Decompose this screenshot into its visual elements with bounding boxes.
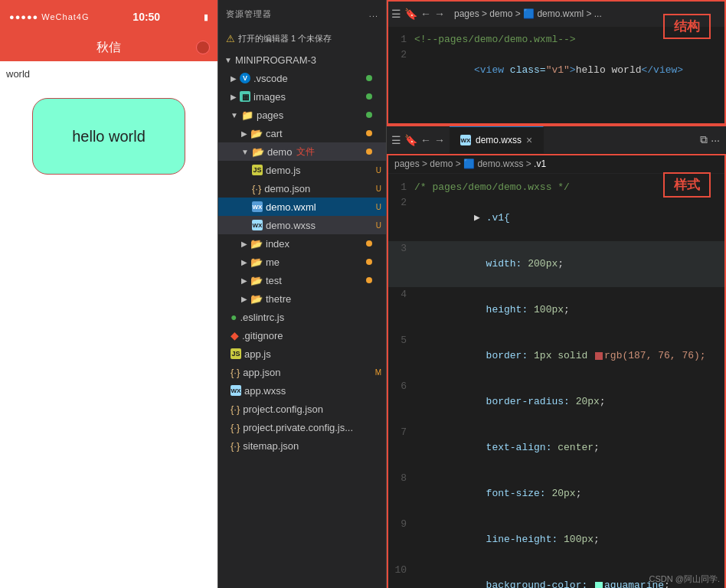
tree-item-cart[interactable]: ▶ 📂 cart — [218, 124, 386, 142]
code-line-1: 1 <!--pages/demo/demo.wxml--> — [387, 32, 726, 47]
tree-item-project-config[interactable]: {·} project.config.json — [218, 400, 386, 418]
thetre-folder-icon: 📂 — [250, 293, 263, 305]
tree-item-app-js[interactable]: JS app.js — [218, 345, 386, 363]
project-name: MINIPROGRAM-3 — [235, 54, 316, 66]
images-label: images — [253, 91, 286, 103]
cart-label: cart — [266, 128, 283, 139]
tree-item-me[interactable]: ▶ 📂 me — [218, 253, 386, 271]
project-private-icon: {·} — [231, 422, 240, 433]
tree-item-vscode[interactable]: ▶ V .vscode — [218, 69, 386, 87]
code-lines-top: 1 <!--pages/demo/demo.wxml--> 2 <view cl… — [387, 28, 726, 125]
editor-bottom: ☰ 🔖 ← → WX demo.wxss × ⧉ ··· pages > dem… — [387, 126, 726, 588]
demo-js-label: demo.js — [266, 165, 301, 176]
phone-top-bar: world — [0, 61, 217, 86]
bookmark-icon2[interactable]: 🔖 — [404, 134, 417, 146]
breadcrumb-text: pages > demo > 🟦 demo.wxss > .v1 — [394, 158, 546, 169]
app-wxss-icon: WX — [231, 385, 241, 396]
tree-item-gitignore[interactable]: ◆ .gitignore — [218, 326, 386, 345]
tree-item-images[interactable]: ▶ ▦ images — [218, 87, 386, 106]
editor-top: ☰ 🔖 ← → pages > demo > 🟦 demo.wxml > ...… — [387, 0, 726, 126]
tab-close-button[interactable]: × — [526, 134, 532, 146]
tree-item-app-json[interactable]: {·} app.json M — [218, 363, 386, 381]
more-icon[interactable]: ··· — [711, 134, 720, 146]
status-badge-green — [366, 112, 372, 118]
tree-item-index[interactable]: ▶ 📂 index — [218, 234, 386, 253]
tree-item-sitemap[interactable]: {·} sitemap.json — [218, 436, 386, 455]
phone-status-bar: ●●●●● WeChat4G 10:50 ▮ — [0, 0, 217, 34]
tree-item-demo[interactable]: ▼ 📂 demo 文件 — [218, 142, 386, 161]
chevron-right-icon: ▶ — [241, 276, 247, 285]
back-icon2[interactable]: ← — [420, 134, 431, 146]
tree-item-demo-js[interactable]: JS demo.js U — [218, 161, 386, 179]
explorer-panel: 资源管理器 ... ⚠ 打开的编辑器 1 个未保存 ▼ MINIPROGRAM-… — [218, 0, 387, 588]
tree-item-app-wxss[interactable]: WX app.wxss — [218, 381, 386, 400]
git-icon: ◆ — [231, 329, 239, 341]
phone-top-text: world — [6, 68, 30, 80]
phone-title-bar: 秋信 — [0, 34, 217, 61]
project-private-label: project.private.config.js... — [243, 422, 353, 433]
code-line-b4: 4 height: 100px; — [387, 287, 726, 333]
tab-demo-wxss[interactable]: WX demo.wxss × — [450, 126, 544, 153]
wxss-tab-icon: WX — [460, 135, 471, 145]
menu-icon2[interactable]: ☰ — [391, 134, 401, 146]
chevron-down-icon: ▼ — [241, 148, 249, 156]
tree-item-eslint[interactable]: ● .eslintrc.js — [218, 308, 386, 326]
eslint-label: .eslintrc.js — [240, 312, 284, 323]
right-panel-wrap: ☰ 🔖 ← → pages > demo > 🟦 demo.wxml > ...… — [387, 0, 726, 588]
phone-battery: ▮ — [204, 12, 208, 22]
app-js-icon: JS — [231, 348, 241, 359]
thetre-label: thetre — [266, 293, 291, 305]
status-badge-orange — [366, 277, 372, 283]
editor-tabs-bar-top: ☰ 🔖 ← → pages > demo > 🟦 demo.wxml > ... — [387, 0, 726, 28]
index-folder-icon: 📂 — [250, 238, 263, 250]
explorer-save-warning: ⚠ 打开的编辑器 1 个未保存 — [218, 28, 386, 49]
back-icon[interactable]: ← — [420, 8, 431, 20]
app-js-label: app.js — [244, 348, 271, 360]
app-wxss-label: app.wxss — [244, 385, 286, 397]
demo-file-badge: 文件 — [296, 145, 315, 158]
tree-item-test[interactable]: ▶ 📂 test — [218, 271, 386, 289]
me-label: me — [266, 256, 280, 268]
gitignore-label: .gitignore — [242, 330, 283, 341]
status-badge-green — [366, 75, 372, 81]
forward-icon[interactable]: → — [434, 8, 445, 20]
badge-m: M — [375, 368, 381, 377]
json-file-icon: {·} — [252, 183, 261, 194]
code-line-2: 2 <view class="v1">hello world</view> — [387, 47, 726, 93]
explorer-tree: ▼ MINIPROGRAM-3 ▶ V .vscode ▶ ▦ images ▼… — [218, 49, 386, 588]
bookmark-icon[interactable]: 🔖 — [404, 8, 417, 20]
tree-item-pages[interactable]: ▼ 📁 pages — [218, 106, 386, 124]
explorer-ellipsis[interactable]: ... — [369, 9, 378, 18]
split-editor-icon[interactable]: ⧉ — [700, 133, 708, 146]
hello-world-text: hello world — [72, 98, 146, 175]
js-file-icon: JS — [252, 165, 263, 175]
forward-icon2[interactable]: → — [434, 134, 445, 146]
tree-item-project[interactable]: ▼ MINIPROGRAM-3 — [218, 51, 386, 69]
watermark: CSDN @阿山同学. — [649, 573, 720, 585]
code-line-b9: 9 line-height: 100px; — [387, 517, 726, 563]
sitemap-label: sitemap.json — [243, 440, 299, 452]
test-folder-icon: 📂 — [250, 275, 263, 286]
tree-item-demo-wxss[interactable]: WX demo.wxss U — [218, 216, 386, 234]
warning-icon: ⚠ — [226, 33, 235, 44]
phone-signal: ●●●●● WeChat4G — [9, 12, 90, 21]
editor-breadcrumb-bottom: pages > demo > 🟦 demo.wxss > .v1 — [387, 154, 726, 174]
code-line-b8: 8 font-size: 20px; — [387, 471, 726, 517]
tree-item-thetre[interactable]: ▶ 📂 thetre — [218, 289, 386, 308]
status-badge-orange — [366, 130, 372, 136]
status-badge-green — [366, 93, 372, 100]
demo-label: demo — [267, 146, 293, 158]
badge-u: U — [376, 185, 381, 193]
code-line-b6: 6 border-radius: 20px; — [387, 379, 726, 425]
tree-item-demo-json[interactable]: {·} demo.json U — [218, 179, 386, 198]
chevron-right-icon: ▶ — [241, 129, 247, 138]
badge-u: U — [376, 166, 381, 175]
chevron-down-icon: ▼ — [231, 111, 238, 119]
app-json-icon: {·} — [231, 367, 240, 378]
eslint-icon: ● — [231, 311, 237, 323]
tree-item-project-private[interactable]: {·} project.private.config.js... — [218, 418, 386, 436]
menu-icon[interactable]: ☰ — [391, 8, 401, 20]
demo-wxss-label: demo.wxss — [266, 220, 316, 231]
tab-wxss-label: demo.wxss — [476, 135, 522, 145]
tree-item-demo-wxml[interactable]: WX demo.wxml U — [218, 198, 386, 216]
